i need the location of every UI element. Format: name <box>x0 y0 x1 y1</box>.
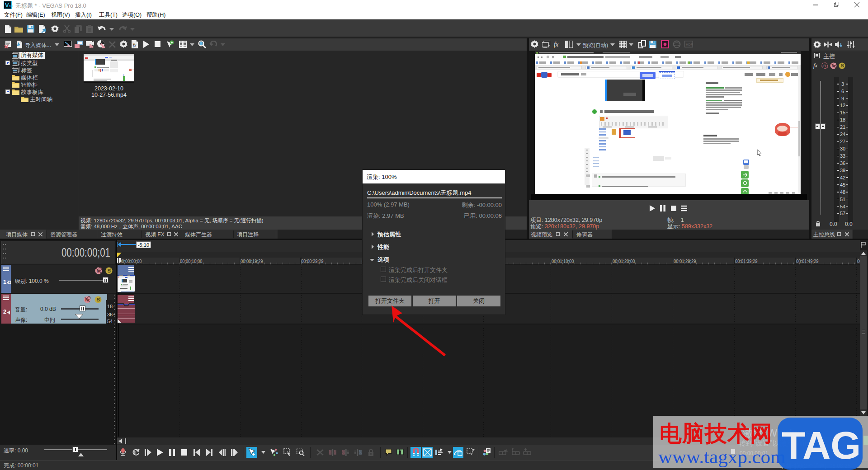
svg-text:S: S <box>840 63 844 68</box>
svg-text:HDR: HDR <box>686 42 693 47</box>
svg-text:fx: fx <box>554 41 559 48</box>
svg-text:S: S <box>108 268 111 273</box>
svg-text:fx: fx <box>133 42 137 47</box>
svg-text:S: S <box>97 297 100 302</box>
svg-text:R: R <box>823 64 826 68</box>
